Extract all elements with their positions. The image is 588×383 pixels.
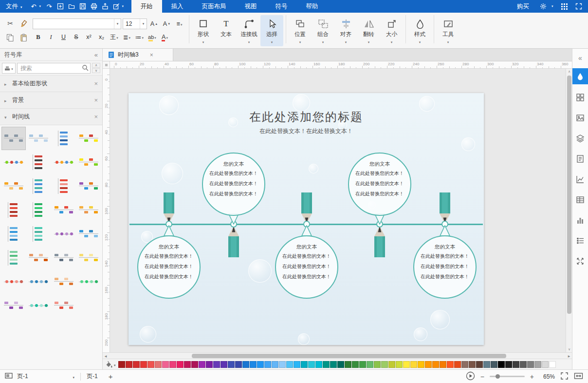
paste-icon[interactable] xyxy=(18,31,30,44)
drawing-canvas[interactable]: 在此处添加您的标题 在此处替换文本！在此处替换文本！ 您的文本在此处替换您的文本… xyxy=(110,69,566,352)
text-balloon[interactable]: 您的文本在此处替换您的文本！在此处替换您的文本！在此处替换您的文本！ xyxy=(202,153,265,216)
color-swatch[interactable] xyxy=(308,361,315,368)
ribbon-button[interactable]: 工具 xyxy=(437,15,459,46)
font-color-button[interactable] xyxy=(159,32,170,42)
color-swatch[interactable] xyxy=(498,361,505,368)
color-swatch[interactable] xyxy=(294,361,300,368)
color-swatch[interactable] xyxy=(286,361,293,368)
ribbon-button[interactable]: 选择 xyxy=(260,15,283,46)
color-swatch[interactable] xyxy=(147,361,154,368)
subscript-button[interactable] xyxy=(96,32,107,42)
presentation-play-icon[interactable] xyxy=(466,371,475,382)
color-swatch[interactable] xyxy=(206,361,213,368)
color-swatch[interactable] xyxy=(177,361,184,368)
timeline-template-thumbnail[interactable] xyxy=(52,246,76,269)
outline-panel-icon[interactable] xyxy=(572,233,588,248)
pencil-marker[interactable] xyxy=(301,192,312,225)
copy-icon[interactable] xyxy=(4,31,17,44)
section-background[interactable]: 背景 xyxy=(0,92,102,109)
diagram-subtitle[interactable]: 在此处替换文本！在此处替换文本！ xyxy=(129,127,484,135)
timeline-template-thumbnail[interactable] xyxy=(1,270,26,293)
character-style-button[interactable] xyxy=(109,32,120,42)
bold-button[interactable] xyxy=(33,32,44,42)
color-swatch[interactable] xyxy=(520,361,527,368)
timeline-template-thumbnail[interactable] xyxy=(1,127,26,150)
color-swatch[interactable] xyxy=(213,361,220,368)
layers-panel-icon[interactable] xyxy=(572,131,588,146)
new-file-icon[interactable] xyxy=(55,0,66,13)
horizontal-scroll-thumb[interactable] xyxy=(192,354,506,358)
open-file-icon[interactable] xyxy=(66,0,77,13)
horizontal-scrollbar[interactable] xyxy=(103,352,572,359)
share-icon[interactable] xyxy=(111,0,122,13)
style-panel-icon[interactable] xyxy=(572,68,588,84)
section-basic-shapes[interactable]: 基本绘图形状 xyxy=(0,76,102,92)
symbol-library-panel-icon[interactable] xyxy=(572,90,588,105)
color-swatch[interactable] xyxy=(447,361,454,368)
undo-icon[interactable] xyxy=(28,0,39,13)
pencil-marker[interactable] xyxy=(163,192,175,225)
timeline-template-thumbnail[interactable] xyxy=(1,198,26,222)
scroll-down-arrow[interactable] xyxy=(566,346,572,352)
color-swatch[interactable] xyxy=(359,361,366,368)
timeline-template-thumbnail[interactable] xyxy=(26,198,51,222)
timeline-template-thumbnail[interactable] xyxy=(26,222,51,246)
color-swatch[interactable] xyxy=(440,361,446,368)
timeline-template-thumbnail[interactable] xyxy=(1,294,26,317)
color-swatch[interactable] xyxy=(279,361,286,368)
underline-button[interactable] xyxy=(58,32,69,42)
export-icon[interactable] xyxy=(100,0,111,13)
ribbon-button[interactable]: 大小 xyxy=(380,15,403,46)
color-swatch[interactable] xyxy=(534,361,541,368)
color-swatch[interactable] xyxy=(118,361,125,368)
font-size-select[interactable]: 12 xyxy=(123,19,147,29)
ribbon-button[interactable]: 翻转 xyxy=(357,15,380,46)
format-painter-icon[interactable] xyxy=(18,17,30,30)
zoom-level[interactable]: 65% xyxy=(539,373,555,380)
page-tab[interactable]: 页-1 xyxy=(87,372,98,381)
timeline-template-thumbnail[interactable] xyxy=(76,222,101,246)
fit-window-icon[interactable] xyxy=(574,372,583,382)
color-swatch[interactable] xyxy=(374,361,381,368)
pencil-marker[interactable] xyxy=(439,192,451,225)
pencil-marker[interactable] xyxy=(374,225,386,257)
scroll-right-arrow[interactable] xyxy=(566,353,572,359)
color-swatch[interactable] xyxy=(483,361,490,368)
chart-panel-icon[interactable] xyxy=(572,172,588,187)
color-swatch[interactable] xyxy=(352,361,359,368)
menu-tab[interactable]: 视图 xyxy=(236,0,266,13)
color-swatch[interactable] xyxy=(410,361,417,368)
search-input[interactable] xyxy=(17,63,91,74)
color-swatch[interactable] xyxy=(301,361,308,368)
timeline-template-thumbnail[interactable] xyxy=(76,246,101,269)
stencil-menu-button[interactable] xyxy=(2,63,16,74)
fullscreen-icon[interactable] xyxy=(560,372,569,382)
close-icon[interactable] xyxy=(94,96,98,104)
undo-history-chevron[interactable] xyxy=(39,0,44,13)
print-icon[interactable] xyxy=(89,0,100,13)
notes-panel-icon[interactable] xyxy=(572,152,588,166)
collapse-right-panel-icon[interactable] xyxy=(572,51,588,65)
color-swatch[interactable] xyxy=(367,361,373,368)
cut-icon[interactable] xyxy=(4,17,17,30)
color-swatch[interactable] xyxy=(199,361,205,368)
ribbon-button[interactable]: 样式 xyxy=(408,15,431,46)
color-swatch[interactable] xyxy=(461,361,468,368)
color-swatch[interactable] xyxy=(235,361,242,368)
color-swatch[interactable] xyxy=(505,361,512,368)
color-swatch[interactable] xyxy=(388,361,395,368)
italic-button[interactable] xyxy=(45,32,56,42)
color-swatch[interactable] xyxy=(184,361,191,368)
add-page-button[interactable] xyxy=(109,372,113,381)
quick-access-chevron[interactable] xyxy=(122,0,127,13)
color-swatch[interactable] xyxy=(162,361,169,368)
fill-color-icon[interactable] xyxy=(105,361,116,368)
color-swatch[interactable] xyxy=(418,361,424,368)
color-swatch[interactable] xyxy=(315,361,322,368)
timeline-template-thumbnail[interactable] xyxy=(52,174,76,198)
zoom-out-icon[interactable] xyxy=(480,373,484,381)
window-expand-icon[interactable] xyxy=(572,3,585,10)
timeline-template-thumbnail[interactable] xyxy=(52,270,76,293)
close-icon[interactable] xyxy=(94,113,98,120)
menu-tab[interactable]: 符号 xyxy=(266,0,297,13)
